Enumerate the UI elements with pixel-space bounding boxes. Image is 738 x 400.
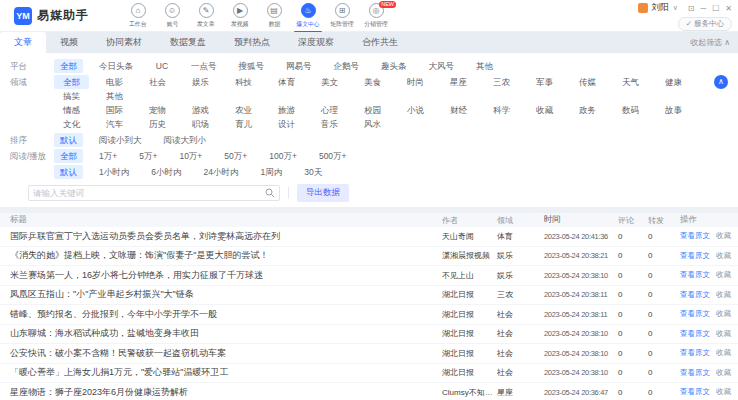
reads-filter-chip[interactable]: 10万+ (173, 149, 208, 163)
theme-icon[interactable]: ⊡ (688, 4, 695, 13)
nav-item[interactable]: ♨ 爆文中心 (291, 3, 325, 29)
view-original-link[interactable]: 查看原文 (680, 329, 710, 338)
time-filter-chip[interactable]: 6小时内 (145, 165, 187, 179)
favorite-link[interactable]: 收藏 (716, 387, 731, 396)
platform-filter-chip[interactable]: 全部 (54, 59, 83, 73)
field-filter-chip[interactable]: 体育 (269, 75, 304, 89)
nav-item[interactable]: ⌂ 工作台 (121, 3, 155, 29)
platform-filter-chip[interactable]: 其他 (470, 59, 499, 73)
collapse-categories-button[interactable]: ∧ (714, 75, 728, 89)
field-filter-chip[interactable]: 农业 (226, 103, 261, 117)
tab[interactable]: 深度观察 (284, 32, 348, 53)
field-filter-chip[interactable]: 美食 (355, 75, 390, 89)
field-filter-chip[interactable]: 科学 (484, 103, 519, 117)
collapse-filters-button[interactable]: 收起筛选 ∧ (690, 32, 730, 53)
tab[interactable]: 视频 (46, 32, 92, 53)
time-filter-chip[interactable]: 1小时内 (93, 165, 135, 179)
article-title[interactable]: 山东聊城：海水稻试种成功，盐碱地变身丰收田 (0, 327, 442, 340)
view-original-link[interactable]: 查看原文 (680, 309, 710, 318)
view-original-link[interactable]: 查看原文 (680, 231, 710, 240)
view-original-link[interactable]: 查看原文 (680, 368, 710, 377)
favorite-link[interactable]: 收藏 (716, 368, 731, 377)
article-title[interactable]: 「暖心善举」上海女儿捐1万元，"爱心驿站"温暖环卫工 (0, 366, 442, 379)
field-filter-chip[interactable]: 星座 (441, 75, 476, 89)
field-filter-chip[interactable]: 天气 (613, 75, 648, 89)
platform-filter-chip[interactable]: 搜狐号 (233, 59, 271, 73)
field-filter-chip[interactable]: 军事 (527, 75, 562, 89)
view-original-link[interactable]: 查看原文 (680, 387, 710, 396)
tab[interactable]: 文章 (0, 32, 46, 53)
tab[interactable]: 合作共生 (348, 32, 412, 53)
field-filter-chip[interactable]: 音乐 (312, 117, 347, 131)
sort-filter-chip[interactable]: 阅读大到小 (158, 133, 213, 147)
nav-item[interactable]: NEW ◎ 分销管理 (359, 3, 393, 29)
favorite-link[interactable]: 收藏 (716, 270, 731, 279)
reads-filter-chip[interactable]: 全部 (54, 149, 83, 163)
field-filter-chip[interactable]: 设计 (269, 117, 304, 131)
article-title[interactable]: 国际乒联官宣丁宁入选运动员委员会委员名单，刘诗雯林高远亦在列 (0, 230, 442, 243)
reads-filter-chip[interactable]: 500万+ (313, 149, 353, 163)
field-filter-chip[interactable]: 文化 (54, 117, 89, 131)
field-filter-chip[interactable]: 旅游 (269, 103, 304, 117)
nav-item[interactable]: ▶ 发视频 (223, 3, 257, 29)
time-filter-chip[interactable]: 30天 (298, 165, 328, 179)
reads-filter-chip[interactable]: 50万+ (218, 149, 253, 163)
field-filter-chip[interactable]: 三农 (484, 75, 519, 89)
favorite-link[interactable]: 收藏 (716, 251, 731, 260)
field-filter-chip[interactable]: 财经 (441, 103, 476, 117)
field-filter-chip[interactable]: 其他 (97, 89, 132, 103)
reads-filter-chip[interactable]: 100万+ (263, 149, 303, 163)
platform-filter-chip[interactable]: 趣头条 (375, 59, 413, 73)
platform-filter-chip[interactable]: 网易号 (280, 59, 318, 73)
sort-filter-chip[interactable]: 阅读小到大 (93, 133, 148, 147)
article-title[interactable]: 公安快讯：破小案不含糊！民警破获一起盗窃机动车案 (0, 347, 442, 360)
field-filter-chip[interactable]: 社会 (140, 75, 175, 89)
user-avatar[interactable] (638, 3, 648, 13)
field-filter-chip[interactable]: 时尚 (398, 75, 433, 89)
field-filter-chip[interactable]: 历史 (140, 117, 175, 131)
field-filter-chip[interactable]: 小说 (398, 103, 433, 117)
favorite-link[interactable]: 收藏 (716, 231, 731, 240)
chevron-down-icon[interactable]: ∨ (673, 4, 678, 12)
field-filter-chip[interactable]: 育儿 (226, 117, 261, 131)
time-filter-chip[interactable]: 1周内 (254, 165, 288, 179)
export-data-button[interactable]: 导出数据 (297, 184, 349, 202)
sort-filter-chip[interactable]: 默认 (54, 133, 83, 147)
field-filter-chip[interactable]: 收藏 (527, 103, 562, 117)
field-filter-chip[interactable]: 游戏 (183, 103, 218, 117)
platform-filter-chip[interactable]: 一点号 (185, 59, 223, 73)
field-filter-chip[interactable]: 政务 (570, 103, 605, 117)
view-original-link[interactable]: 查看原文 (680, 290, 710, 299)
view-original-link[interactable]: 查看原文 (680, 251, 710, 260)
platform-filter-chip[interactable]: UC (149, 59, 175, 73)
article-title[interactable]: 凤凰区五指山："小"产业串起乡村振兴"大"链条 (0, 288, 442, 301)
user-name[interactable]: 刘阳 (652, 2, 669, 14)
minimize-icon[interactable]: ─ (700, 4, 706, 13)
field-filter-chip[interactable]: 心理 (312, 103, 347, 117)
favorite-link[interactable]: 收藏 (716, 329, 731, 338)
nav-item[interactable]: ⊞ 矩阵管理 (325, 3, 359, 29)
tab[interactable]: 协同素材 (92, 32, 156, 53)
view-original-link[interactable]: 查看原文 (680, 270, 710, 279)
time-filter-chip[interactable]: 24小时内 (197, 165, 244, 179)
field-filter-chip[interactable]: 搞笑 (54, 89, 89, 103)
search-input[interactable] (33, 188, 261, 198)
field-filter-chip[interactable]: 汽车 (97, 117, 132, 131)
field-filter-chip[interactable]: 数码 (613, 103, 648, 117)
field-filter-chip[interactable]: 电影 (97, 75, 132, 89)
close-icon[interactable]: ✕ (725, 4, 732, 13)
article-title[interactable]: 米兰赛场第一人，16岁小将七分钟绝杀，用实力征服了千万球迷 (0, 269, 442, 282)
platform-filter-chip[interactable]: 大风号 (423, 59, 461, 73)
reads-filter-chip[interactable]: 5万+ (133, 149, 163, 163)
field-filter-chip[interactable]: 风水 (355, 117, 390, 131)
field-filter-chip[interactable]: 科技 (226, 75, 261, 89)
reads-filter-chip[interactable]: 1万+ (93, 149, 123, 163)
field-filter-chip[interactable]: 健康 (656, 75, 691, 89)
field-filter-chip[interactable]: 全部 (54, 75, 89, 89)
maximize-icon[interactable]: ☐ (712, 4, 719, 13)
tab[interactable]: 数据复盘 (156, 32, 220, 53)
view-original-link[interactable]: 查看原文 (680, 348, 710, 357)
favorite-link[interactable]: 收藏 (716, 309, 731, 318)
article-title[interactable]: 错峰、预约报名、分批报到，今年中小学开学不一般 (0, 308, 442, 321)
platform-filter-chip[interactable]: 今日头条 (93, 59, 139, 73)
